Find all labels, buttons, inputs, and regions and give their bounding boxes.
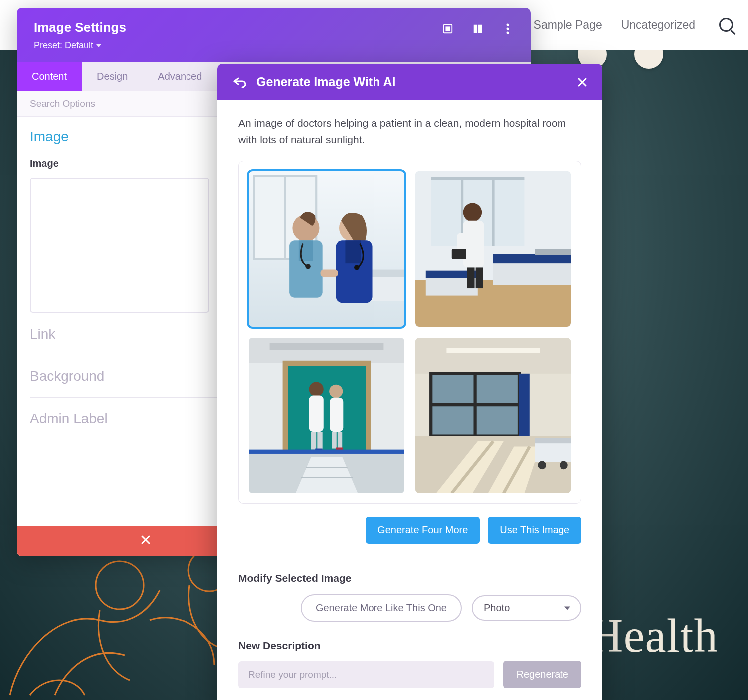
ai-image-option-1[interactable] [249,171,404,327]
svg-rect-53 [317,432,322,449]
svg-point-8 [507,32,509,34]
refine-row: Regenerate [238,661,581,688]
tab-advanced[interactable]: Advanced [143,62,217,91]
ai-image-grid [238,161,581,504]
svg-rect-58 [338,432,342,448]
preset-label: Preset: Default [34,40,93,51]
svg-point-0 [96,561,144,609]
svg-rect-31 [493,254,571,263]
svg-point-6 [507,24,509,26]
svg-rect-42 [249,338,404,363]
svg-rect-68 [519,374,530,436]
nav-item-sample-page[interactable]: Sample Page [534,18,602,32]
svg-rect-20 [345,240,361,263]
nav-item-uncategorized[interactable]: Uncategorized [621,18,695,32]
svg-rect-52 [311,432,316,449]
generate-image-ai-modal: Generate Image With AI An image of docto… [217,64,602,700]
svg-rect-62 [415,338,571,374]
svg-point-22 [354,265,359,270]
svg-rect-5 [478,25,482,33]
svg-rect-4 [474,25,477,33]
svg-point-21 [305,264,310,269]
svg-rect-56 [330,398,343,432]
ai-modal-title: Generate Image With AI [256,75,395,89]
ai-modal-body: An image of doctors helping a patient in… [217,100,602,700]
svg-rect-23 [321,270,338,277]
use-this-image-button[interactable]: Use This Image [488,517,581,544]
generate-four-more-button[interactable]: Generate Four More [366,517,480,544]
svg-point-35 [463,203,482,222]
svg-point-7 [507,28,509,30]
svg-point-50 [309,382,324,397]
refine-prompt-input[interactable] [238,661,494,688]
svg-point-55 [329,385,343,398]
svg-rect-57 [332,432,336,448]
svg-point-76 [538,461,546,470]
svg-rect-43 [270,343,384,350]
kebab-menu-icon[interactable] [502,23,514,35]
svg-rect-39 [467,268,475,289]
new-description-title: New Description [238,640,581,652]
ai-image-option-3[interactable] [249,338,404,493]
more-like-this-button[interactable]: Generate More Like This One [301,594,462,622]
back-icon[interactable] [232,76,246,88]
svg-rect-44 [285,363,368,457]
search-icon[interactable] [719,18,733,32]
style-select[interactable]: Photo [472,595,581,621]
svg-rect-32 [535,249,571,255]
svg-rect-75 [535,438,571,443]
close-icon [141,535,151,548]
svg-rect-74 [535,441,571,462]
modify-selected-title: Modify Selected Image [238,572,581,584]
ai-prompt-text: An image of doctors helping a patient in… [238,115,581,148]
ai-primary-actions: Generate Four More Use This Image [238,517,581,559]
svg-rect-40 [476,268,483,289]
svg-point-77 [560,461,568,470]
settings-header: Image Settings Preset: Default [17,8,531,62]
style-select-value: Photo [484,602,510,613]
svg-rect-51 [309,396,324,432]
expand-icon[interactable] [442,23,454,35]
svg-rect-38 [452,249,466,259]
svg-rect-3 [446,27,449,30]
ai-image-option-2[interactable] [415,171,571,327]
ai-modal-header: Generate Image With AI [217,64,602,100]
chevron-down-icon [96,44,101,47]
settings-title: Image Settings [34,20,126,35]
ai-image-option-4[interactable] [415,338,571,493]
preset-dropdown[interactable]: Preset: Default [34,40,126,51]
tab-content[interactable]: Content [17,62,82,91]
svg-rect-63 [446,348,540,353]
image-dropzone[interactable] [30,178,209,313]
svg-rect-60 [249,450,404,454]
modify-row: Generate More Like This One Photo [238,594,581,622]
regenerate-button[interactable]: Regenerate [503,661,581,688]
close-modal-icon[interactable] [577,77,587,87]
columns-icon[interactable] [472,23,484,35]
tab-design[interactable]: Design [82,62,143,91]
